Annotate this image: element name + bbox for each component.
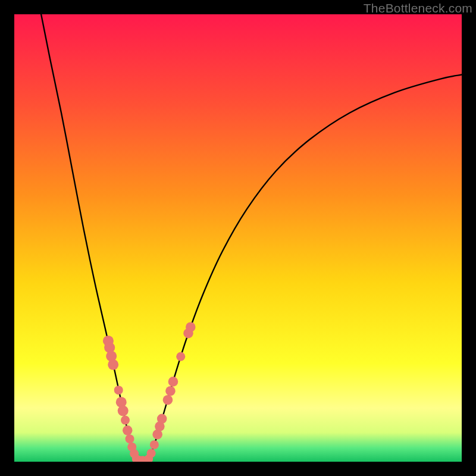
data-marker [168, 377, 178, 387]
data-marker [118, 405, 129, 416]
data-marker [121, 416, 130, 425]
data-marker [163, 395, 173, 405]
data-marker [114, 386, 123, 394]
data-marker [123, 425, 133, 436]
chart-frame [14, 14, 462, 462]
bottleneck-chart [14, 14, 462, 462]
data-marker [186, 322, 196, 332]
data-marker [147, 449, 156, 458]
data-marker [157, 414, 167, 424]
data-marker [126, 434, 134, 443]
watermark-label: TheBottleneck.com [364, 1, 472, 15]
data-marker [176, 352, 185, 361]
data-marker [150, 440, 159, 449]
chart-background [14, 14, 462, 462]
data-marker [165, 386, 176, 396]
data-marker [108, 359, 118, 370]
